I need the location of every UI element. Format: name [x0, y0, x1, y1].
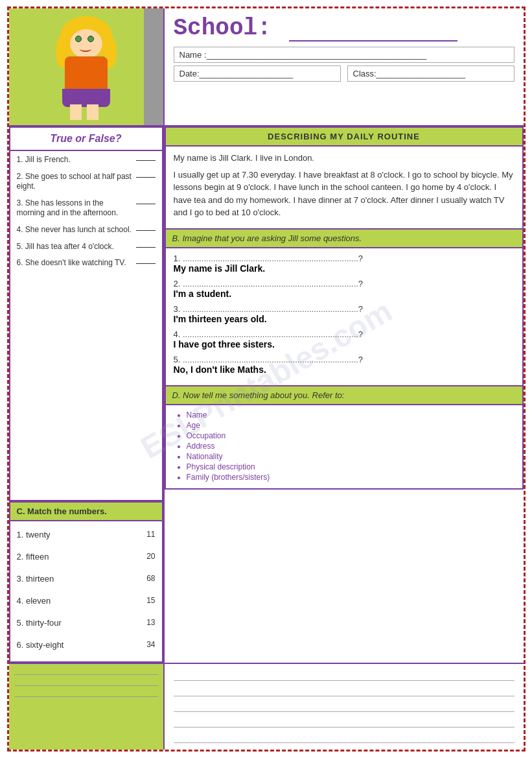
match-item-2: 2. fifteen 20	[17, 547, 156, 565]
match-num-1: 11	[136, 530, 156, 539]
q-num-5: 5.	[174, 355, 183, 364]
tf-item-1: 1. Jill is French.	[17, 155, 156, 165]
section-d-item-3: Occupation	[187, 431, 515, 440]
section-d-list: Name Age Occupation Address Nationality …	[174, 410, 515, 482]
girl-illustration	[51, 16, 122, 120]
date-class-row: Date:____________________ Class:________…	[174, 65, 515, 82]
girl-leg-left	[70, 104, 82, 120]
tf-line-1[interactable]	[136, 160, 156, 161]
q-dots-2: ........................................…	[183, 279, 358, 289]
section-d-item-5: Nationality	[187, 452, 515, 461]
match-num-5: 13	[136, 618, 156, 627]
qa-item-3: 3. .....................................…	[174, 304, 515, 324]
match-word-6: 6. sixty-eight	[17, 640, 136, 650]
girl-smile	[80, 46, 91, 52]
girl-body	[65, 56, 108, 92]
qa-answer-4: I have got three sisters.	[174, 339, 515, 349]
section-d-item-7: Family (brothers/sisters)	[187, 473, 515, 482]
tf-text-5: 5. Jill has tea after 4 o'clock.	[17, 242, 132, 252]
text-passage: My name is Jill Clark. I live in London.…	[165, 147, 524, 230]
qa-question-4[interactable]: 4. .....................................…	[174, 329, 515, 339]
qa-question-3[interactable]: 3. .....................................…	[174, 304, 515, 314]
footer-line-2	[14, 685, 158, 686]
tf-text-3: 3. She has lessons in the morning and in…	[17, 198, 132, 219]
footer-text-line-5[interactable]	[174, 733, 515, 743]
date-field[interactable]: Date:____________________	[174, 65, 341, 82]
school-title: School:	[174, 15, 515, 41]
tf-text-1: 1. Jill is French.	[17, 155, 132, 165]
match-item-5: 5. thirty-four 13	[17, 613, 156, 632]
q-dots-4: ........................................…	[183, 329, 358, 339]
header-row: School: Name :__________________________…	[9, 8, 524, 126]
school-underline	[289, 40, 457, 41]
girl-leg-right	[87, 104, 98, 120]
match-num-6: 34	[136, 640, 156, 649]
tf-item-5: 5. Jill has tea after 4 o'clock.	[17, 242, 156, 252]
header-right-panel: School: Name :__________________________…	[165, 8, 524, 125]
section-d-item-2: Age	[187, 421, 515, 430]
footer-left	[9, 664, 165, 750]
section-d-item-6: Physical description	[187, 462, 515, 471]
qa-answer-3: I'm thirteen years old.	[174, 314, 515, 324]
girl-eye-right	[87, 36, 94, 42]
match-num-4: 15	[136, 596, 156, 605]
tf-text-4: 4. She never has lunch at school.	[17, 225, 132, 235]
footer-right	[165, 664, 524, 750]
match-num-3: 68	[136, 574, 156, 583]
footer-text-line-4[interactable]	[174, 717, 515, 728]
footer-text-line-3[interactable]	[174, 702, 515, 712]
q-dots-5: ........................................…	[183, 355, 358, 364]
true-false-items: 1. Jill is French. 2. She goes to school…	[9, 151, 163, 501]
q-num-1: 1.	[174, 254, 183, 263]
true-false-header: True or False?	[9, 126, 163, 151]
page-container: ESLPrintables.com School:	[7, 6, 526, 752]
right-panel: DESCRIBING MY DAILY ROUTINE My name is J…	[165, 126, 524, 663]
header-left-panel	[9, 8, 165, 125]
footer-row	[9, 663, 524, 750]
tf-item-6: 6. She doesn't like watching TV.	[17, 258, 156, 268]
q-dots-1: ........................................…	[183, 254, 358, 263]
class-field[interactable]: Class:___________________	[347, 65, 515, 82]
match-word-2: 2. fifteen	[17, 552, 136, 562]
name-field[interactable]: Name :__________________________________…	[174, 47, 515, 63]
q-num-3: 3.	[174, 304, 183, 314]
qa-answer-2: I'm a student.	[174, 289, 515, 299]
girl-eye-left	[75, 36, 82, 42]
passage-p1: My name is Jill Clark. I live in London.	[174, 152, 515, 165]
main-row: True or False? 1. Jill is French. 2. She…	[9, 126, 524, 663]
footer-text-line-1[interactable]	[174, 670, 515, 681]
tf-item-2: 2. She goes to school at half past eight…	[17, 172, 156, 192]
qa-item-2: 2. .....................................…	[174, 279, 515, 299]
footer-line-3	[14, 696, 158, 697]
qa-question-2[interactable]: 2. .....................................…	[174, 279, 515, 289]
qa-item-4: 4. .....................................…	[174, 329, 515, 349]
tf-line-3[interactable]	[136, 204, 156, 204]
qa-item-1: 1. .....................................…	[174, 254, 515, 274]
tf-text-6: 6. She doesn't like watching TV.	[17, 258, 132, 268]
qa-question-1[interactable]: 1. .....................................…	[174, 254, 515, 263]
match-item-3: 3. thirteen 68	[17, 569, 156, 587]
footer-line-1	[14, 674, 158, 675]
tf-line-6[interactable]	[136, 263, 156, 264]
footer-text-line-2[interactable]	[174, 686, 515, 696]
qa-answer-1: My name is Jill Clark.	[174, 263, 515, 274]
qa-question-5[interactable]: 5. .....................................…	[174, 355, 515, 364]
match-item-1: 1. twenty 11	[17, 525, 156, 543]
section-d-content: Name Age Occupation Address Nationality …	[165, 405, 524, 490]
section-d-item-1: Name	[187, 410, 515, 420]
q-num-2: 2.	[174, 279, 183, 289]
match-word-3: 3. thirteen	[17, 574, 136, 584]
school-label: School:	[174, 15, 272, 41]
tf-item-4: 4. She never has lunch at school.	[17, 225, 156, 235]
passage-p2: I usually get up at 7.30 everyday. I hav…	[174, 169, 515, 219]
tf-line-2[interactable]	[136, 177, 156, 178]
girl-face	[70, 29, 102, 58]
tf-line-4[interactable]	[136, 230, 156, 231]
qa-section: 1. .....................................…	[165, 248, 524, 386]
match-word-4: 4. eleven	[17, 596, 136, 606]
gray-accent	[144, 8, 163, 125]
section-d-item-4: Address	[187, 442, 515, 451]
match-numbers-header: C. Match the numbers.	[9, 501, 163, 521]
section-a-header: DESCRIBING MY DAILY ROUTINE	[165, 126, 524, 147]
tf-line-5[interactable]	[136, 247, 156, 248]
